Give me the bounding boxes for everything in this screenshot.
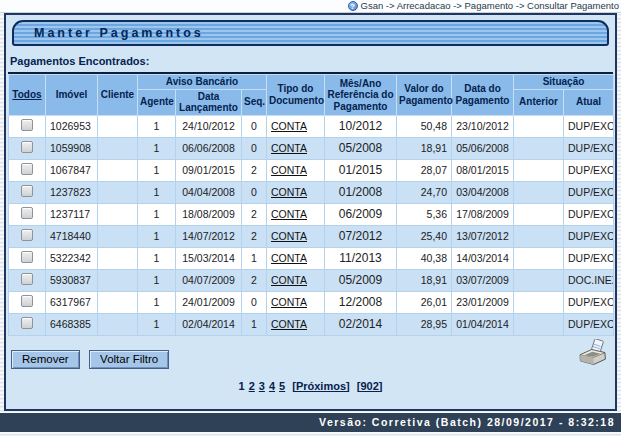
cell-cliente bbox=[98, 225, 138, 247]
pagination-page-2[interactable]: 2 bbox=[249, 380, 255, 392]
cell-seq: 1 bbox=[242, 313, 267, 335]
cell-checkbox bbox=[9, 115, 46, 137]
page-title: Manter Pagamentos bbox=[34, 26, 204, 40]
cell-checkbox bbox=[9, 269, 46, 291]
row-checkbox[interactable] bbox=[21, 317, 33, 329]
cell-agente: 1 bbox=[138, 115, 176, 137]
cell-tipo-documento: CONTA bbox=[267, 203, 325, 225]
cell-valor: 26,01 bbox=[397, 291, 452, 313]
row-checkbox[interactable] bbox=[21, 273, 33, 285]
cell-situacao-anterior bbox=[514, 115, 564, 137]
remover-button[interactable]: Remover bbox=[11, 350, 80, 369]
document-link[interactable]: CONTA bbox=[271, 230, 307, 242]
row-checkbox[interactable] bbox=[21, 251, 33, 263]
version-text: Versão: Corretiva (Batch) 28/09/2017 - 8… bbox=[319, 416, 615, 428]
document-link[interactable]: CONTA bbox=[271, 142, 307, 154]
pagination: 12345 [Próximos] [902] bbox=[6, 380, 615, 392]
row-checkbox[interactable] bbox=[21, 163, 33, 175]
cell-seq: 0 bbox=[242, 115, 267, 137]
header-atual: Atual bbox=[564, 89, 614, 115]
cell-data-lancamento: 24/01/2009 bbox=[176, 291, 242, 313]
header-anterior: Anterior bbox=[514, 89, 564, 115]
cell-data-pagamento: 17/08/2009 bbox=[452, 203, 514, 225]
cell-tipo-documento: CONTA bbox=[267, 181, 325, 203]
row-checkbox[interactable] bbox=[21, 295, 33, 307]
page-title-tab: Manter Pagamentos bbox=[12, 20, 609, 46]
results-label: Pagamentos Encontrados: bbox=[10, 55, 615, 67]
cell-agente: 1 bbox=[138, 269, 176, 291]
row-checkbox[interactable] bbox=[21, 185, 33, 197]
pagination-page-5[interactable]: 5 bbox=[279, 380, 285, 392]
document-link[interactable]: CONTA bbox=[271, 120, 307, 132]
cell-imovel: 4718440 bbox=[46, 225, 98, 247]
cell-situacao-anterior bbox=[514, 137, 564, 159]
breadcrumb: Gsan -> Arrecadacao -> Pagamento -> Cons… bbox=[361, 0, 620, 11]
header-data-pagamento: Data do Pagamento bbox=[452, 75, 514, 116]
cell-situacao-anterior bbox=[514, 159, 564, 181]
table-row: 4718440 1 14/07/2012 2 CONTA 07/2012 25,… bbox=[9, 225, 614, 247]
cell-data-pagamento: 01/04/2014 bbox=[452, 313, 514, 335]
row-checkbox[interactable] bbox=[21, 229, 33, 241]
printer-icon[interactable] bbox=[577, 339, 609, 369]
document-link[interactable]: CONTA bbox=[271, 274, 307, 286]
cell-situacao-atual: DUP/EXC bbox=[564, 137, 614, 159]
table-row: 6317967 1 24/01/2009 0 CONTA 12/2008 26,… bbox=[9, 291, 614, 313]
cell-data-lancamento: 18/08/2009 bbox=[176, 203, 242, 225]
table-row: 5322342 1 15/03/2014 1 CONTA 11/2013 40,… bbox=[9, 247, 614, 269]
pagination-page-4[interactable]: 4 bbox=[269, 380, 275, 392]
row-checkbox[interactable] bbox=[21, 119, 33, 131]
row-checkbox[interactable] bbox=[21, 141, 33, 153]
header-agente: Agente bbox=[138, 89, 176, 115]
document-link[interactable]: CONTA bbox=[271, 164, 307, 176]
help-icon[interactable]: ? bbox=[348, 1, 358, 11]
document-link[interactable]: CONTA bbox=[271, 296, 307, 308]
table-row: 5930837 1 04/07/2009 2 CONTA 05/2009 18,… bbox=[9, 269, 614, 291]
cell-seq: 1 bbox=[242, 247, 267, 269]
document-link[interactable]: CONTA bbox=[271, 208, 307, 220]
cell-imovel: 5322342 bbox=[46, 247, 98, 269]
select-all-link[interactable]: Todos bbox=[12, 89, 41, 100]
cell-imovel: 5930837 bbox=[46, 269, 98, 291]
voltar-filtro-button[interactable]: Voltar Filtro bbox=[89, 350, 169, 369]
cell-data-pagamento: 14/03/2014 bbox=[452, 247, 514, 269]
header-imovel: Imóvel bbox=[46, 75, 98, 116]
pagination-page-3[interactable]: 3 bbox=[259, 380, 265, 392]
pagination-current-page: 1 bbox=[239, 380, 245, 392]
version-footer: Versão: Corretiva (Batch) 28/09/2017 - 8… bbox=[0, 413, 621, 432]
header-group-situacao: Situação bbox=[514, 75, 614, 90]
document-link[interactable]: CONTA bbox=[271, 252, 307, 264]
cell-imovel: 6468385 bbox=[46, 313, 98, 335]
cell-checkbox bbox=[9, 291, 46, 313]
cell-cliente bbox=[98, 159, 138, 181]
table-row: 1237823 1 04/04/2008 0 CONTA 01/2008 24,… bbox=[9, 181, 614, 203]
cell-data-lancamento: 02/04/2014 bbox=[176, 313, 242, 335]
cell-data-pagamento: 23/10/2012 bbox=[452, 115, 514, 137]
pagination-last-link[interactable]: [902] bbox=[357, 380, 383, 392]
cell-valor: 25,40 bbox=[397, 225, 452, 247]
cell-data-lancamento: 04/04/2008 bbox=[176, 181, 242, 203]
cell-seq: 2 bbox=[242, 203, 267, 225]
main-panel: Manter Pagamentos Pagamentos Encontrados… bbox=[4, 13, 617, 411]
cell-imovel: 1237117 bbox=[46, 203, 98, 225]
cell-mes-ano: 11/2013 bbox=[325, 247, 397, 269]
cell-agente: 1 bbox=[138, 291, 176, 313]
cell-seq: 0 bbox=[242, 291, 267, 313]
cell-valor: 28,07 bbox=[397, 159, 452, 181]
cell-cliente bbox=[98, 181, 138, 203]
cell-imovel: 1237823 bbox=[46, 181, 98, 203]
table-row: 1237117 1 18/08/2009 2 CONTA 06/2009 5,3… bbox=[9, 203, 614, 225]
document-link[interactable]: CONTA bbox=[271, 318, 307, 330]
pagination-next-link[interactable]: [Próximos] bbox=[292, 380, 349, 392]
cell-data-lancamento: 04/07/2009 bbox=[176, 269, 242, 291]
cell-valor: 24,70 bbox=[397, 181, 452, 203]
cell-seq: 2 bbox=[242, 159, 267, 181]
cell-data-pagamento: 03/07/2009 bbox=[452, 269, 514, 291]
cell-situacao-anterior bbox=[514, 269, 564, 291]
cell-checkbox bbox=[9, 203, 46, 225]
cell-agente: 1 bbox=[138, 313, 176, 335]
cell-data-pagamento: 13/07/2012 bbox=[452, 225, 514, 247]
cell-checkbox bbox=[9, 225, 46, 247]
document-link[interactable]: CONTA bbox=[271, 186, 307, 198]
table-row: 1059908 1 06/06/2008 0 CONTA 05/2008 18,… bbox=[9, 137, 614, 159]
row-checkbox[interactable] bbox=[21, 207, 33, 219]
